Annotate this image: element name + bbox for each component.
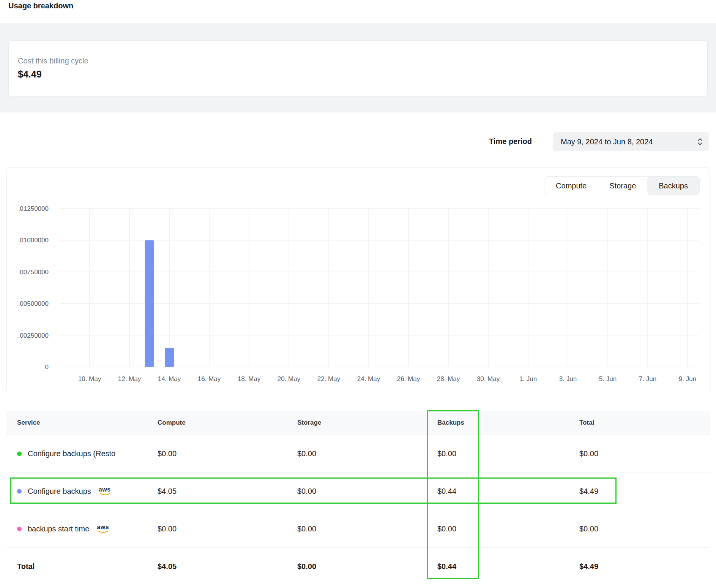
svg-text:9. Jun: 9. Jun	[679, 375, 696, 383]
svg-text:18. May: 18. May	[238, 375, 261, 383]
storage-value: $0.00	[297, 525, 316, 533]
svg-text:5. Jun: 5. Jun	[599, 375, 617, 383]
table-row: Configure backups (Resto $0.00 $0.00 $0.…	[6, 435, 710, 472]
header-total: Total	[579, 419, 594, 427]
header-storage: Storage	[297, 419, 321, 427]
service-cell: Configure backups aws	[17, 487, 111, 496]
backups-total: $0.44	[437, 562, 456, 571]
header-backups: Backups	[437, 419, 464, 427]
service-cell: backups start time aws	[17, 524, 109, 534]
aws-icon: aws	[97, 524, 109, 534]
svg-text:3. Jun: 3. Jun	[559, 375, 577, 383]
table-row: Configure backups aws $4.05 $0.00 $0.44 …	[6, 472, 710, 510]
svg-text:.00500000: .00500000	[18, 300, 49, 307]
svg-text:30. May: 30. May	[477, 375, 500, 383]
service-cell: Configure backups (Resto	[17, 449, 115, 458]
time-period-label: Time period	[489, 137, 532, 146]
compute-value: $0.00	[158, 449, 177, 458]
page-title: Usage breakdown	[8, 2, 73, 10]
svg-text:1. Jun: 1. Jun	[519, 375, 537, 383]
svg-text:26. May: 26. May	[397, 375, 420, 383]
table-header-row: Service Compute Storage Backups Total	[6, 411, 710, 435]
backups-value: $0.00	[437, 525, 456, 533]
total-value: $4.49	[579, 487, 598, 496]
aws-icon: aws	[99, 487, 111, 496]
cost-card: Cost this billing cycle $4.49	[8, 40, 708, 96]
compute-total: $4.05	[158, 562, 177, 571]
svg-text:20. May: 20. May	[278, 375, 301, 383]
series-dot	[17, 526, 22, 531]
svg-text:12. May: 12. May	[118, 375, 141, 383]
time-period-value: May 9, 2024 to Jun 8, 2024	[561, 138, 653, 146]
svg-text:.01000000: .01000000	[18, 237, 49, 244]
svg-text:14. May: 14. May	[158, 375, 181, 383]
svg-text:.00750000: .00750000	[18, 269, 49, 276]
tab-compute[interactable]: Compute	[544, 177, 598, 195]
header-compute: Compute	[158, 419, 186, 427]
total-value: $0.00	[579, 449, 598, 458]
svg-text:16. May: 16. May	[198, 375, 221, 383]
chart-tabs: ComputeStorageBackups	[544, 176, 700, 195]
service-name: backups start time	[28, 525, 89, 533]
compute-value: $4.05	[158, 487, 177, 496]
time-period-select[interactable]: May 9, 2024 to Jun 8, 2024	[553, 132, 709, 151]
storage-total: $0.00	[297, 562, 316, 571]
tab-storage[interactable]: Storage	[598, 177, 647, 195]
storage-value: $0.00	[297, 487, 316, 496]
svg-text:28. May: 28. May	[437, 375, 460, 383]
table-total-row: Total $4.05 $0.00 $0.44 $4.49	[6, 547, 710, 585]
cost-card-label: Cost this billing cycle	[18, 56, 707, 66]
storage-value: $0.00	[297, 449, 316, 458]
cost-card-value: $4.49	[18, 69, 707, 80]
usage-table: Service Compute Storage Backups Total Co…	[6, 411, 710, 585]
backups-value: $0.44	[437, 487, 456, 496]
usage-chart-panel: 0.00250000.00500000.00750000.01000000.01…	[6, 167, 710, 394]
chevron-updown-icon	[697, 138, 703, 146]
svg-text:22. May: 22. May	[317, 375, 341, 383]
table-row: backups start time aws $0.00 $0.00 $0.00…	[6, 510, 710, 547]
svg-text:10. May: 10. May	[78, 375, 101, 383]
svg-text:0: 0	[45, 364, 49, 371]
total-value: $0.00	[579, 525, 598, 533]
svg-text:.01250000: .01250000	[18, 205, 49, 212]
svg-text:.00250000: .00250000	[18, 332, 49, 339]
usage-bar-chart: 0.00250000.00500000.00750000.01000000.01…	[7, 168, 710, 394]
total-label: Total	[17, 562, 35, 571]
svg-text:7. Jun: 7. Jun	[639, 375, 656, 383]
svg-text:24. May: 24. May	[357, 375, 380, 383]
tab-backups[interactable]: Backups	[647, 177, 699, 195]
service-name: Configure backups (Resto	[28, 449, 115, 458]
service-name: Configure backups	[28, 487, 91, 496]
compute-value: $0.00	[158, 525, 177, 533]
series-dot	[17, 451, 22, 456]
header-service: Service	[17, 419, 40, 427]
series-dot	[17, 489, 22, 493]
backups-value: $0.00	[437, 449, 456, 458]
grand-total: $4.49	[579, 562, 598, 571]
